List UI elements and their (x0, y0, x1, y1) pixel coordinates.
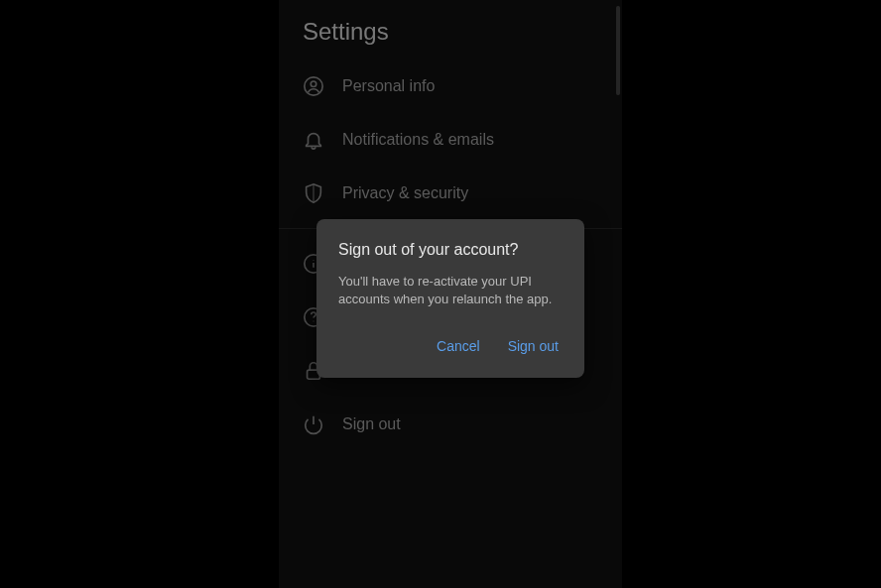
menu-item-label: Privacy & security (342, 184, 468, 202)
sign-out-button[interactable]: Sign out (506, 332, 561, 360)
menu-item-privacy[interactable]: Privacy & security (279, 167, 622, 220)
menu-item-personal-info[interactable]: Personal info (279, 59, 622, 113)
scrollbar[interactable] (616, 6, 620, 95)
cancel-button[interactable]: Cancel (435, 332, 482, 360)
person-icon (303, 75, 324, 97)
shield-icon (303, 182, 324, 204)
svg-point-1 (311, 81, 316, 87)
menu-item-label: Personal info (342, 77, 435, 95)
power-icon (303, 413, 324, 435)
menu-item-label: Sign out (342, 415, 401, 433)
dialog-body: You'll have to re-activate your UPI acco… (338, 273, 563, 308)
dialog-actions: Cancel Sign out (338, 332, 563, 366)
page-title: Settings (279, 0, 622, 59)
bell-icon (303, 129, 324, 151)
sign-out-dialog: Sign out of your account? You'll have to… (316, 219, 584, 378)
menu-item-sign-out[interactable]: Sign out (279, 398, 622, 451)
dialog-title: Sign out of your account? (338, 241, 563, 259)
menu-item-notifications[interactable]: Notifications & emails (279, 113, 622, 167)
menu-item-label: Notifications & emails (342, 131, 494, 149)
